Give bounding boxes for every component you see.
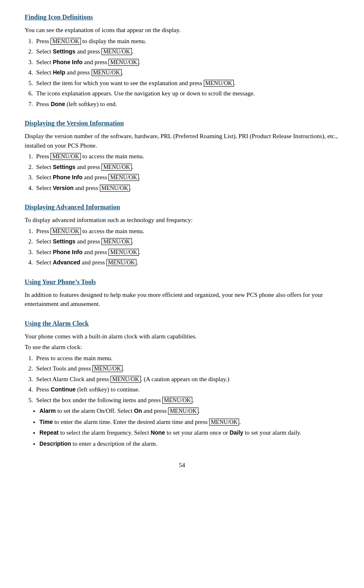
bold-label: Version — [53, 185, 74, 191]
list-item: Description to enter a description of th… — [39, 439, 339, 449]
menu-ok-key: MENU/OK — [168, 407, 198, 414]
section-using-alarm-clock: Using the Alarm Clock Your phone comes w… — [25, 319, 339, 449]
list-item: Press MENU/OK to access the main menu. — [35, 227, 339, 236]
bold-label: Done — [51, 101, 65, 107]
bold-label: Settings — [53, 238, 75, 245]
section-title-alarm-clock: Using the Alarm Clock — [25, 319, 339, 329]
list-item: Select Phone Info and press MENU/OK. — [35, 58, 339, 67]
section-title-finding-icon-definitions: Finding Icon Definitions — [25, 12, 339, 22]
list-item: Select Settings and press MENU/OK. — [35, 162, 339, 172]
list-item: Select Version and press MENU/OK. — [35, 183, 339, 193]
list-item: Select Settings and press MENU/OK. — [35, 237, 339, 246]
list-item: Select Advanced and press MENU/OK. — [35, 258, 339, 267]
alarm-clock-intro2: To use the alarm clock: — [25, 343, 339, 352]
section-title-version-information: Displaying the Version Information — [25, 118, 339, 128]
list-item: Select Alarm Clock and press MENU/OK. (A… — [35, 375, 339, 384]
menu-ok-key: MENU/OK — [51, 228, 81, 235]
list-item: Time to enter the alarm time. Enter the … — [39, 417, 339, 427]
menu-ok-key: MENU/OK — [111, 376, 141, 383]
bold-label: Settings — [53, 164, 75, 170]
menu-ok-key: MENU/OK — [162, 397, 192, 404]
advanced-info-intro: To display advanced information such as … — [25, 215, 339, 225]
list-item: Select Help and press MENU/OK. — [35, 68, 339, 77]
bold-label: Repeat — [39, 429, 59, 436]
list-item: Select Settings and press MENU/OK. — [35, 47, 339, 56]
alarm-clock-intro1: Your phone comes with a built-in alarm c… — [25, 332, 339, 341]
page-number: 54 — [25, 461, 339, 470]
phones-tools-intro: In addition to features designed to help… — [25, 290, 339, 309]
menu-ok-key: MENU/OK — [108, 249, 138, 256]
bold-label: Phone Info — [53, 174, 82, 181]
version-info-steps: Press MENU/OK to access the main menu. S… — [35, 152, 339, 192]
menu-ok-key: MENU/OK — [209, 419, 239, 426]
menu-ok-key: MENU/OK — [92, 365, 122, 372]
menu-ok-key: MENU/OK — [51, 38, 81, 45]
advanced-info-steps: Press MENU/OK to access the main menu. S… — [35, 227, 339, 267]
list-item: Press MENU/OK to display the main menu. — [35, 37, 339, 46]
bold-label: Advanced — [53, 259, 80, 266]
menu-ok-key: MENU/OK — [108, 174, 138, 181]
menu-ok-key: MENU/OK — [100, 185, 130, 192]
list-item: Press to access the main menu. — [35, 354, 339, 363]
bold-label: Alarm — [39, 407, 56, 414]
menu-ok-key: MENU/OK — [108, 59, 138, 66]
alarm-clock-steps: Press to access the main menu. Select To… — [35, 354, 339, 405]
list-item: Select Phone Info and press MENU/OK. — [35, 248, 339, 257]
list-item: Alarm to set the alarm On/Off. Select On… — [39, 406, 339, 416]
bold-label: None — [151, 429, 165, 436]
bold-label: Time — [39, 419, 53, 425]
alarm-clock-bullets: Alarm to set the alarm On/Off. Select On… — [39, 406, 339, 448]
list-item: Repeat to select the alarm frequency. Se… — [39, 428, 339, 438]
version-info-intro: Display the version number of the softwa… — [25, 132, 339, 150]
menu-ok-key: MENU/OK — [51, 153, 81, 160]
menu-ok-key: MENU/OK — [106, 259, 136, 266]
menu-ok-key: MENU/OK — [101, 164, 131, 171]
list-item: Select Phone Info and press MENU/OK. — [35, 173, 339, 182]
bold-label: Continue — [51, 386, 76, 393]
section-displaying-version-information: Displaying the Version Information Displ… — [25, 118, 339, 192]
section-title-phones-tools: Using Your Phone’s Tools — [25, 277, 339, 287]
list-item: Press Done (left softkey) to end. — [35, 100, 339, 109]
bold-label: Daily — [230, 429, 243, 436]
bold-label: Settings — [53, 48, 75, 55]
list-item: Select Tools and press MENU/OK. — [35, 364, 339, 373]
section-title-advanced-information: Displaying Advanced Information — [25, 202, 339, 212]
finding-icon-steps: Press MENU/OK to display the main menu. … — [35, 37, 339, 109]
finding-icon-intro: You can see the explanation of icons tha… — [25, 25, 339, 35]
menu-ok-key: MENU/OK — [101, 48, 131, 55]
section-finding-icon-definitions: Finding Icon Definitions You can see the… — [25, 12, 339, 109]
list-item: The icons explanation appears. Use the n… — [35, 89, 339, 98]
list-item: Press Continue (left softkey) to continu… — [35, 385, 339, 394]
list-item: Select the item for which you want to se… — [35, 79, 339, 88]
menu-ok-key: MENU/OK — [101, 238, 131, 245]
bold-label: Phone Info — [53, 59, 82, 65]
section-displaying-advanced-information: Displaying Advanced Information To displ… — [25, 202, 339, 267]
bold-label: On — [134, 407, 142, 414]
menu-ok-key: MENU/OK — [204, 80, 234, 87]
section-using-phones-tools: Using Your Phone’s Tools In addition to … — [25, 277, 339, 309]
bold-label: Description — [39, 440, 71, 447]
list-item: Select the box under the following items… — [35, 396, 339, 405]
list-item: Press MENU/OK to access the main menu. — [35, 152, 339, 161]
bold-label: Help — [53, 69, 65, 76]
menu-ok-key: MENU/OK — [92, 69, 122, 76]
bold-label: Phone Info — [53, 249, 82, 255]
